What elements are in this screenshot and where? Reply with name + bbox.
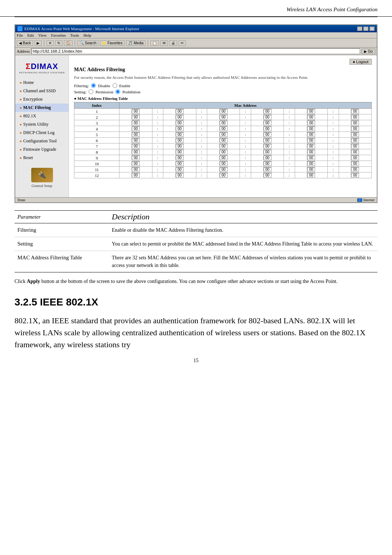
back-button[interactable]: ◀ Back [17,40,33,46]
mac-octet-input[interactable] [220,115,228,119]
mac-octet-input[interactable] [264,138,271,143]
mac-octet-input[interactable] [220,109,228,114]
mac-octet-input[interactable] [220,144,228,149]
mac-octet-cell[interactable] [119,126,152,132]
mac-octet-input[interactable] [351,121,359,125]
forward-button[interactable]: ▶ [34,40,42,46]
mac-octet-cell[interactable] [339,155,372,161]
mac-octet-cell[interactable] [207,109,240,114]
mac-octet-cell[interactable] [163,126,196,132]
disable-radio[interactable] [91,83,96,88]
refresh-button[interactable]: ↻ [55,40,62,46]
mac-octet-input[interactable] [351,150,359,154]
mac-octet-input[interactable] [132,132,140,137]
mac-octet-input[interactable] [132,167,140,172]
mac-octet-cell[interactable] [295,161,327,167]
menu-tools[interactable]: Tools [70,33,79,37]
mac-octet-input[interactable] [132,109,140,114]
mac-octet-cell[interactable] [119,155,152,161]
mac-octet-input[interactable] [307,115,315,119]
favorites-button[interactable]: ⭐ Favorites [100,40,124,46]
mac-octet-input[interactable] [351,109,359,114]
mac-octet-input[interactable] [220,173,228,178]
sidebar-item-firmware[interactable]: ● Firmware Upgrade [15,145,69,154]
media-button[interactable]: 🎵 Media [126,40,146,46]
sidebar-item-encryption[interactable]: ● Encryption [15,95,69,104]
mac-octet-cell[interactable] [207,161,240,167]
mac-octet-input[interactable] [264,115,271,119]
mac-octet-cell[interactable] [119,173,152,178]
mac-octet-cell[interactable] [207,120,240,126]
menu-help[interactable]: Help [83,33,91,37]
mac-octet-cell[interactable] [339,149,372,155]
search-button[interactable]: 🔍 Search [77,40,98,46]
sidebar-item-channel[interactable]: ● Channel and SSID [15,87,69,95]
mac-octet-input[interactable] [264,144,271,149]
mac-octet-cell[interactable] [207,155,240,161]
mac-octet-cell[interactable] [207,149,240,155]
mac-octet-input[interactable] [132,144,140,149]
close-button[interactable]: ✕ [369,27,375,31]
mac-octet-input[interactable] [264,173,271,178]
mac-octet-input[interactable] [220,126,228,131]
mac-octet-input[interactable] [351,155,359,160]
mac-octet-input[interactable] [351,115,359,119]
mac-octet-input[interactable] [132,121,140,125]
mac-octet-input[interactable] [176,144,184,149]
mac-octet-cell[interactable] [251,167,283,173]
mac-octet-input[interactable] [220,132,228,137]
sidebar-item-8021x[interactable]: ● 802.1X [15,112,69,120]
mac-octet-cell[interactable] [339,167,372,173]
mac-octet-input[interactable] [220,121,228,125]
mac-octet-input[interactable] [307,144,315,149]
mac-octet-input[interactable] [307,167,315,172]
mac-octet-cell[interactable] [207,167,240,173]
mac-octet-input[interactable] [264,167,271,172]
print-button[interactable]: 🖨 [169,40,177,46]
enable-radio[interactable] [113,83,117,88]
mac-octet-cell[interactable] [295,138,327,143]
mac-octet-input[interactable] [132,138,140,143]
mac-octet-cell[interactable] [207,143,240,149]
mac-octet-cell[interactable] [339,109,372,114]
mac-octet-cell[interactable] [339,161,372,167]
sidebar-item-dhcp[interactable]: ● DHCP Client Log [15,129,69,137]
mac-octet-cell[interactable] [295,167,327,173]
mac-octet-input[interactable] [264,132,271,137]
sidebar-item-config[interactable]: ● Configuration Tool [15,137,69,145]
mac-octet-cell[interactable] [295,126,327,132]
mac-octet-cell[interactable] [207,138,240,143]
mac-octet-cell[interactable] [163,143,196,149]
mac-octet-cell[interactable] [119,132,152,138]
mac-octet-cell[interactable] [251,126,283,132]
mac-octet-cell[interactable] [295,143,327,149]
mac-octet-cell[interactable] [251,155,283,161]
permission-radio[interactable] [89,89,93,94]
mac-octet-input[interactable] [264,126,271,131]
menu-view[interactable]: View [38,33,46,37]
mac-octet-cell[interactable] [119,109,152,114]
mac-octet-input[interactable] [220,167,228,172]
mac-octet-input[interactable] [307,138,315,143]
mac-octet-input[interactable] [220,161,228,166]
mac-octet-input[interactable] [132,126,140,131]
mac-octet-cell[interactable] [339,126,372,132]
mac-octet-input[interactable] [307,161,315,166]
address-input[interactable] [31,48,360,54]
menu-favorites[interactable]: Favorites [51,33,66,37]
mac-octet-cell[interactable] [119,120,152,126]
mac-octet-cell[interactable] [119,161,152,167]
stop-button[interactable]: ✕ [46,40,54,46]
mac-octet-input[interactable] [264,109,271,114]
mac-octet-input[interactable] [264,161,271,166]
mac-octet-input[interactable] [176,109,184,114]
mac-octet-input[interactable] [176,155,184,160]
mac-octet-cell[interactable] [119,138,152,143]
mac-octet-input[interactable] [351,161,359,166]
mac-octet-cell[interactable] [251,149,283,155]
mac-octet-input[interactable] [176,167,184,172]
mac-octet-cell[interactable] [251,161,283,167]
mac-octet-cell[interactable] [295,149,327,155]
mac-octet-input[interactable] [351,173,359,178]
mac-octet-cell[interactable] [339,143,372,149]
